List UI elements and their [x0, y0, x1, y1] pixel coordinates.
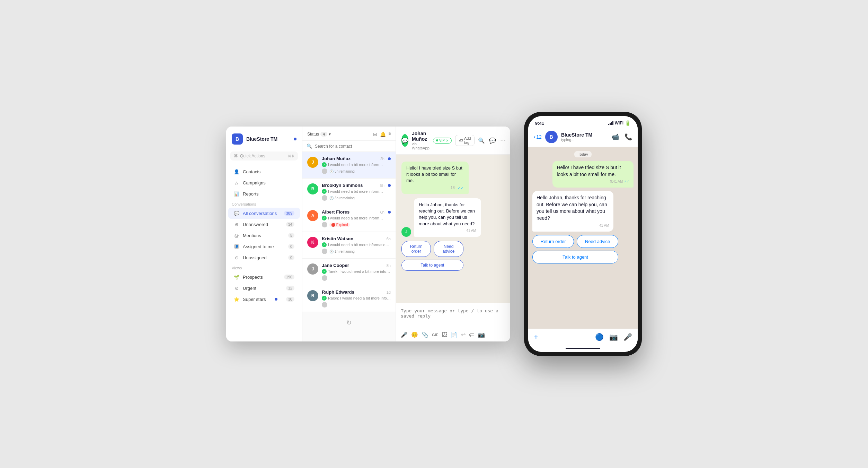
microphone-icon[interactable]: 🎤	[623, 333, 632, 341]
desktop-app-window: B BlueStore TM ⌘ Quick Actions ⌘ K 👤 Con…	[226, 127, 510, 341]
reports-icon: 📊	[234, 191, 239, 197]
sidebar-item-urgent[interactable]: ⊙ Urgent 12	[228, 283, 300, 294]
unread-indicator	[388, 157, 391, 160]
clock-icon: 🕐	[329, 196, 334, 200]
message-text: Hello Johan, thanks for reaching out. Be…	[537, 195, 607, 221]
sidebar-header: B BlueStore TM	[226, 133, 302, 151]
sidebar-item-unassigned[interactable]: ⊙ Unassigned 0	[228, 252, 300, 263]
phone-call-icon[interactable]: 📞	[625, 133, 632, 141]
sidebar-item-assigned-to-me[interactable]: 👤 Assigned to me 0	[228, 241, 300, 252]
sidebar-item-unanswered[interactable]: ⊕ Unanswered 34	[228, 219, 300, 230]
conv-item[interactable]: J Johan Muñoz 2h ✓ I would need a bit mo…	[302, 152, 396, 179]
conversation-list: Status 4 ▾ ⊟ 🔔 5 🔍 J Johan Muñoz 2h	[302, 127, 396, 341]
tag-icon[interactable]: 🏷	[469, 332, 475, 338]
sidebar-item-mentions[interactable]: @ Mentions 5	[228, 230, 300, 241]
mobile-clock: 9:41	[535, 121, 544, 126]
all-convs-count: 389	[284, 211, 294, 216]
message-time: 41 AM	[537, 223, 609, 228]
sidebar-item-label: All conversations	[243, 211, 277, 216]
sticker-icon[interactable]: 🔵	[595, 333, 604, 341]
search-icon: ⌘	[234, 154, 238, 158]
chat-bubble-icon[interactable]: 💬	[489, 137, 496, 144]
chat-area: 💬 Johan Muñoz via WhatsApp VIP ✕ 🏷 Add t…	[396, 127, 510, 341]
whatsapp-channel-icon: 💬	[401, 134, 408, 147]
mentions-count: 5	[288, 233, 294, 238]
add-tag-button[interactable]: 🏷 Add tag	[455, 135, 475, 146]
mobile-status-icons: WiFi 🔋	[608, 120, 631, 126]
conv-name: Jane Cooper	[322, 263, 349, 268]
avatar: A	[307, 210, 318, 221]
vip-dot	[436, 139, 438, 141]
plus-icon[interactable]: +	[534, 332, 538, 341]
emoji-icon[interactable]: 😊	[411, 331, 418, 338]
conv-item[interactable]: B Brooklyn Simmons 5h ✓ I would need a b…	[302, 179, 396, 205]
more-icon[interactable]: ⋯	[500, 137, 506, 144]
conv-item[interactable]: K Kristin Watson 6h ✓ I would need a bit…	[302, 232, 396, 259]
chevron-down-icon: ▾	[329, 132, 331, 137]
add-tag-label: Add tag	[464, 136, 471, 145]
agent-avatar	[322, 222, 327, 227]
vip-close-icon[interactable]: ✕	[446, 139, 449, 142]
mentions-icon: @	[234, 233, 239, 238]
superstars-count: 30	[286, 297, 294, 302]
sidebar-item-campaigns[interactable]: △ Campaigns	[228, 177, 300, 188]
mobile-talk-to-agent-button[interactable]: Talk to agent	[532, 251, 618, 263]
reply-icon[interactable]: ↩	[461, 331, 466, 338]
prospects-count: 190	[284, 275, 294, 279]
filter-icon[interactable]: ⊟	[373, 131, 377, 137]
unassigned-icon: ⊙	[234, 255, 239, 260]
conv-item[interactable]: A Albert Flores 6h ✓ I would need a bit …	[302, 205, 396, 232]
conv-preview: Ralph: I would need a bit more informati…	[328, 296, 391, 300]
conv-content: Albert Flores 6h ✓ I would need a bit mo…	[322, 209, 384, 227]
conv-content: Brooklyn Simmons 5h ✓ I would need a bit…	[322, 183, 384, 201]
conversations-section-label: Conversations	[226, 199, 302, 208]
video-call-icon[interactable]: 📹	[611, 133, 619, 141]
microphone-icon[interactable]: 🎤	[401, 331, 408, 338]
file-icon[interactable]: 📄	[451, 331, 458, 338]
attachment-icon[interactable]: 📎	[422, 331, 428, 338]
conv-preview: I would need a bit more information if t…	[328, 163, 384, 167]
conv-name: Johan Muñoz	[322, 156, 351, 161]
bell-icon[interactable]: 🔔	[380, 131, 386, 137]
camera-icon[interactable]: 📷	[478, 331, 485, 338]
sidebar-item-label: Assigned to me	[243, 244, 274, 249]
mobile-chat-header: ‹ 12 B BlueStore TM typing... 📹 📞	[528, 128, 638, 147]
conv-item[interactable]: J Jane Cooper 8h ✓ Tarek: I would need a…	[302, 259, 396, 285]
mobile-screen: 9:41 WiFi 🔋 ‹ 12 B BlueStore TM	[528, 116, 638, 352]
message-bubble: Hello! I have tried size S but it looks …	[401, 162, 469, 194]
sidebar-item-prospects[interactable]: 🌱 Prospects 190	[228, 271, 300, 283]
image-icon[interactable]: 🖼	[442, 332, 447, 338]
mobile-contact-avatar: B	[545, 131, 558, 143]
sidebar-item-contacts[interactable]: 👤 Contacts	[228, 166, 300, 177]
conv-search[interactable]: 🔍	[302, 141, 396, 152]
gif-icon[interactable]: GIF	[432, 333, 438, 337]
search-input[interactable]	[315, 144, 391, 149]
sidebar-item-reports[interactable]: 📊 Reports	[228, 188, 300, 199]
sidebar-item-label: Reports	[243, 191, 259, 197]
avatar: B	[307, 183, 318, 194]
conv-time: 5h	[380, 183, 384, 188]
avatar: J	[307, 263, 318, 275]
header-icons: ⊟ 🔔 5	[373, 131, 391, 137]
conv-item[interactable]: R Ralph Edwards 1d ✓ Ralph: I would need…	[302, 285, 396, 312]
search-icon[interactable]: 🔍	[478, 137, 485, 144]
back-count: 12	[536, 134, 542, 140]
camera-icon[interactable]: 📷	[609, 333, 618, 341]
need-advice-button[interactable]: Need advice	[434, 241, 463, 257]
mobile-status-bar: 9:41 WiFi 🔋	[528, 116, 638, 128]
sidebar-item-superstars[interactable]: ⭐ Super stars 30	[228, 294, 300, 305]
sidebar-item-all-conversations[interactable]: 💬 All conversations 389	[228, 208, 300, 219]
mobile-phone: 9:41 WiFi 🔋 ‹ 12 B BlueStore TM	[524, 112, 642, 356]
quick-actions-search[interactable]: ⌘ Quick Actions ⌘ K	[230, 151, 298, 161]
talk-to-agent-button[interactable]: Talk to agent	[401, 260, 463, 271]
status-filter[interactable]: Status 4 ▾	[307, 132, 331, 137]
conv-name: Kristin Watson	[322, 236, 353, 241]
message-input[interactable]	[401, 307, 505, 328]
agent-avatar	[322, 275, 327, 281]
message-row: Hello! I have tried size S but it looks …	[401, 162, 505, 194]
mobile-return-order-button[interactable]: Return order	[532, 235, 574, 248]
sidebar-item-label: Urgent	[243, 286, 256, 291]
return-order-button[interactable]: Return order	[401, 241, 431, 257]
back-button[interactable]: ‹ 12	[534, 134, 542, 140]
mobile-need-advice-button[interactable]: Need advice	[577, 235, 618, 248]
